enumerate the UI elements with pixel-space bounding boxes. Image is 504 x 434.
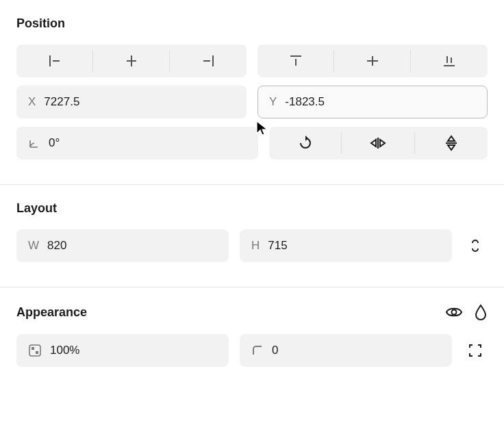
flip-vertical-icon [444,135,459,151]
blend-mode-button[interactable] [474,304,488,320]
position-title: Position [16,16,488,31]
svg-marker-16 [380,140,385,146]
layout-section: Layout W 820 H 715 [0,185,504,287]
opacity-icon [28,344,42,357]
align-center-vertical-button[interactable] [334,44,411,77]
rotation-transform-row: 0° [16,127,488,159]
align-center-horizontal-icon [124,53,139,68]
align-bottom-icon [442,53,457,68]
svg-marker-18 [448,136,455,141]
appearance-header-icons [445,304,488,320]
independent-corners-button[interactable] [463,334,488,367]
align-top-icon [288,53,303,68]
rotation-value: 0° [49,136,60,150]
align-right-icon [201,53,216,68]
horizontal-alignment-group [16,44,247,77]
appearance-title: Appearance [16,305,87,320]
rotate-icon [298,136,313,151]
svg-rect-21 [29,345,40,356]
corner-radius-value: 0 [272,344,278,357]
flip-horizontal-icon [370,136,386,151]
x-input[interactable]: X 7227.5 [16,86,247,118]
y-input[interactable]: Y -1823.5 [257,86,488,118]
rotation-input[interactable]: 0° [16,127,258,159]
svg-marker-19 [448,145,455,150]
width-label: W [28,239,39,253]
align-top-button[interactable] [257,44,334,77]
x-label: X [28,95,36,109]
svg-marker-13 [305,136,308,141]
align-center-horizontal-button[interactable] [93,44,170,77]
width-input[interactable]: W 820 [16,229,229,262]
x-value: 7227.5 [44,95,79,109]
flip-horizontal-button[interactable] [342,127,414,159]
opacity-input[interactable]: 100% [16,334,229,367]
opacity-value: 100% [50,344,79,357]
rotate-90-button[interactable] [269,127,342,159]
transform-group [269,127,488,159]
xy-row: X 7227.5 Y -1823.5 [16,86,488,118]
appearance-header: Appearance [16,304,488,320]
position-section: Position X [0,0,504,184]
vertical-alignment-group [257,44,488,77]
unlink-icon [469,238,481,254]
constrain-proportions-button[interactable] [463,229,488,262]
corners-icon [468,343,483,358]
visibility-button[interactable] [445,305,463,319]
layout-title: Layout [16,201,488,216]
svg-rect-23 [36,351,38,354]
appearance-section: Appearance 100% 0 [0,288,504,392]
flip-vertical-button[interactable] [415,127,488,159]
align-left-icon [47,53,62,68]
eye-icon [445,305,463,319]
y-label: Y [269,95,277,109]
svg-point-20 [452,310,457,315]
corner-radius-input[interactable]: 0 [240,334,452,367]
align-right-button[interactable] [170,44,247,77]
svg-marker-15 [371,140,376,146]
svg-rect-22 [32,347,34,350]
droplet-icon [474,304,488,320]
alignment-row [16,44,488,77]
height-value: 715 [268,239,287,253]
align-bottom-button[interactable] [411,44,488,77]
align-left-button[interactable] [16,44,93,77]
height-input[interactable]: H 715 [240,229,452,262]
wh-row: W 820 H 715 [16,229,488,262]
width-value: 820 [47,239,66,253]
y-value: -1823.5 [285,95,325,109]
height-label: H [251,239,260,253]
angle-icon [28,137,40,149]
align-center-vertical-icon [365,53,380,68]
corner-radius-icon [251,344,264,357]
opacity-radius-row: 100% 0 [16,334,488,367]
